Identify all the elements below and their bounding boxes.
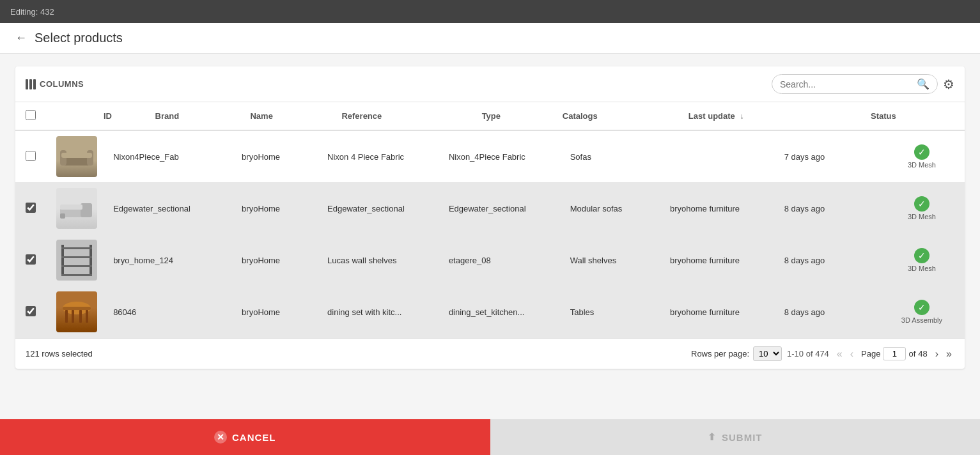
row-catalogs: bryohome furniture xyxy=(665,286,779,338)
search-input[interactable] xyxy=(780,79,917,89)
row-type: Tables xyxy=(565,286,665,338)
row-catalogs: bryohome furniture xyxy=(665,183,779,235)
first-page-button[interactable]: « xyxy=(834,347,845,361)
search-button[interactable]: 🔍 xyxy=(917,78,929,90)
top-bar-text: Editing: 432 xyxy=(10,7,54,17)
page-header: ← Select products xyxy=(0,23,980,54)
row-name: Edgewater_sectional xyxy=(322,183,444,235)
prev-page-button[interactable]: ‹ xyxy=(848,347,856,361)
row-img-cell xyxy=(51,235,108,286)
toolbar: COLUMNS 🔍 ⚙ xyxy=(15,66,965,102)
status-badge: ✓ 3D Mesh xyxy=(884,144,960,169)
search-icon: 🔍 xyxy=(917,79,929,89)
svg-rect-8 xyxy=(61,245,64,275)
columns-button[interactable]: COLUMNS xyxy=(26,79,84,89)
page-title: Select products xyxy=(35,31,123,45)
row-img-cell xyxy=(51,131,108,183)
columns-label: COLUMNS xyxy=(40,79,84,89)
row-checkbox-cell xyxy=(15,183,51,235)
row-id: Nixon4Piece_Fab xyxy=(108,131,237,183)
rows-per-page-select[interactable]: 5 10 25 50 xyxy=(753,346,782,361)
row-brand: bryoHome xyxy=(237,286,322,338)
name-col-header[interactable]: Name xyxy=(245,102,336,130)
header-row: ID Brand Name Reference Type xyxy=(15,102,965,130)
toolbar-right: 🔍 ⚙ xyxy=(772,74,954,94)
checkbox-col-header xyxy=(15,102,47,130)
row-reference: Nixon_4Piece Fabric xyxy=(444,131,565,183)
svg-rect-10 xyxy=(61,247,92,249)
svg-rect-6 xyxy=(60,204,82,210)
sectional-svg xyxy=(59,196,95,221)
row-checkbox[interactable] xyxy=(26,203,36,213)
id-col-header[interactable]: ID xyxy=(98,102,150,130)
lastupdate-header-label: Last update xyxy=(688,111,735,121)
main-content: COLUMNS 🔍 ⚙ xyxy=(0,54,980,382)
row-img-cell xyxy=(51,286,108,338)
row-lastupdate: 8 days ago xyxy=(779,286,879,338)
rows-per-page: Rows per page: 5 10 25 50 xyxy=(691,346,782,361)
select-all-checkbox[interactable] xyxy=(26,110,36,120)
table-row[interactable]: Edgewater_sectional bryoHome Edgewater_s… xyxy=(15,183,965,235)
pagination-right: Rows per page: 5 10 25 50 1-10 of 474 « … xyxy=(691,346,954,361)
page-input: Page of 48 xyxy=(861,347,928,360)
status-badge: ✓ 3D Mesh xyxy=(884,196,960,220)
row-checkbox[interactable] xyxy=(26,254,36,265)
status-label: 3D Mesh xyxy=(908,265,936,272)
svg-rect-19 xyxy=(79,310,82,323)
table-scroll-area[interactable]: Nixon4Piece_Fab bryoHome Nixon 4 Piece F… xyxy=(15,131,965,338)
status-col-header[interactable]: Status xyxy=(866,102,965,130)
row-checkbox[interactable] xyxy=(26,306,36,316)
table-wrapper: ID Brand Name Reference Type xyxy=(15,102,965,338)
data-table-body: Nixon4Piece_Fab bryoHome Nixon 4 Piece F… xyxy=(15,131,965,338)
page-number-input[interactable] xyxy=(883,347,906,360)
brand-col-header[interactable]: Brand xyxy=(150,102,245,130)
svg-rect-18 xyxy=(72,310,74,323)
lastupdate-col-header[interactable]: Last update ↓ xyxy=(683,102,866,130)
row-id: bryo_home_124 xyxy=(108,235,237,286)
row-catalogs: bryohome furniture xyxy=(665,235,779,286)
last-page-button[interactable]: » xyxy=(944,347,954,361)
reference-header-label: Reference xyxy=(341,111,382,121)
back-arrow-icon: ← xyxy=(15,31,27,45)
next-page-button[interactable]: › xyxy=(933,347,941,361)
dining-svg xyxy=(59,294,95,330)
catalogs-col-header[interactable]: Catalogs xyxy=(557,102,683,130)
table-row[interactable]: Nixon4Piece_Fab bryoHome Nixon 4 Piece F… xyxy=(15,131,965,183)
svg-rect-13 xyxy=(61,274,92,276)
status-badge: ✓ 3D Mesh xyxy=(884,248,960,272)
table-row[interactable]: bryo_home_124 bryoHome Lucas wall shelve… xyxy=(15,235,965,286)
top-bar: Editing: 432 xyxy=(0,0,980,23)
img-col-header xyxy=(47,102,98,130)
row-name: Lucas wall shelves xyxy=(322,235,444,286)
id-header-label: ID xyxy=(104,111,112,121)
row-type: Wall shelves xyxy=(565,235,665,286)
svg-rect-7 xyxy=(60,213,65,219)
rows-per-page-label: Rows per page: xyxy=(691,349,749,359)
row-checkbox[interactable] xyxy=(26,151,36,161)
svg-rect-17 xyxy=(86,310,88,323)
product-thumbnail xyxy=(56,136,97,177)
filter-icon: ⚙ xyxy=(943,77,954,91)
reference-col-header[interactable]: Reference xyxy=(336,102,476,130)
page-label: Page xyxy=(861,349,880,359)
row-img-cell xyxy=(51,183,108,235)
table-row[interactable]: 86046 bryoHome dining set with kitc... d… xyxy=(15,286,965,338)
row-lastupdate: 7 days ago xyxy=(779,131,879,183)
row-name: Nixon 4 Piece Fabric xyxy=(322,131,444,183)
back-button[interactable]: ← xyxy=(15,31,27,45)
row-status: ✓ 3D Mesh xyxy=(879,131,965,183)
row-type: Sofas xyxy=(565,131,665,183)
check-circle-icon: ✓ xyxy=(914,248,929,263)
columns-icon xyxy=(26,79,36,89)
svg-rect-16 xyxy=(65,310,68,323)
status-label: 3D Mesh xyxy=(908,161,936,169)
type-header-label: Type xyxy=(482,111,501,121)
catalogs-header-label: Catalogs xyxy=(563,111,598,121)
svg-rect-9 xyxy=(89,245,92,275)
rows-selected-label: 121 rows selected xyxy=(26,349,93,359)
type-col-header[interactable]: Type xyxy=(477,102,557,130)
page-nav-next: › » xyxy=(933,347,954,361)
svg-rect-15 xyxy=(63,307,91,310)
table-head: ID Brand Name Reference Type xyxy=(15,102,965,130)
filter-button[interactable]: ⚙ xyxy=(943,77,954,92)
